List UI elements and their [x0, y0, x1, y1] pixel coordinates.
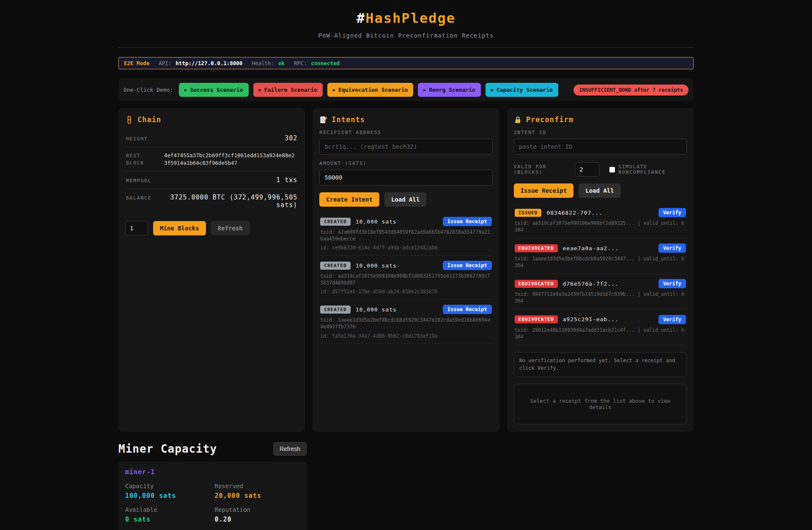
verify-button[interactable]: Verify [658, 315, 686, 324]
receipt-meta: txid: aa310caf3075e999108e908bf2d89325..… [515, 220, 686, 233]
issue-receipt-button[interactable]: Issue Receipt [443, 261, 492, 270]
reputation-value: 0.20 [215, 516, 300, 523]
intent-item: CREATED 10,000 sats Issue Receipt txid: … [319, 256, 492, 300]
chain-height-row: HEIGHT 302 [125, 130, 298, 147]
intent-amount: 10,000 sats [356, 219, 397, 225]
simulate-noncompliance-label: SIMULATE NONCOMPLIANCE [618, 164, 687, 175]
best-block-label: BEST BLOCK [126, 153, 156, 167]
miner-capacity-header: Miner Capacity Refresh [118, 442, 307, 456]
miner-stats-grid: Capacity 100,000 sats Reserved 20,000 sa… [125, 483, 300, 523]
issue-receipt-main-button[interactable]: Issue Receipt [514, 183, 574, 198]
intent-item: CREATED 10,000 sats Issue Receipt txid: … [319, 300, 492, 344]
reputation-stat: Reputation 0.20 [215, 506, 300, 523]
receipt-item: EQUIVOCATED d76e576a-7f2... Verify txid:… [514, 274, 687, 309]
reserved-stat: Reserved 20,000 sats [215, 483, 300, 500]
e2e-mode-badge: E2E Mode [124, 60, 149, 66]
demo-scenario-button[interactable]: ▶Capacity Scenario [486, 83, 558, 97]
valid-for-input[interactable] [575, 162, 599, 177]
miner-card: miner-1 Capacity 100,000 sats Reserved 2… [118, 462, 307, 530]
balance-label: BALANCE [126, 195, 151, 201]
intent-item-top: CREATED 10,000 sats Issue Receipt [320, 217, 491, 226]
insufficient-bond-badge: INSUFFICIENT_BOND after 7 receipts [573, 85, 689, 96]
intents-title-text: Intents [332, 115, 365, 124]
demo-label: One-Click Demo: [123, 87, 173, 93]
intent-id: id: d57f52a5-17be-459d-ab24-b50e2c383870 [320, 289, 491, 295]
best-block-value: 4ef47455a37bc2b69ff3cf1961edd153a924e88e… [164, 152, 297, 167]
demo-scenario-button[interactable]: ▶Failure Scenario [253, 83, 323, 97]
miner-capacity-heading: Miner Capacity [118, 443, 217, 455]
intent-amount: 10,000 sats [356, 306, 397, 313]
api-url: http://127.0.0.1:8000 [176, 60, 242, 66]
play-icon: ▶ [259, 87, 261, 92]
api-label: API: [159, 60, 171, 66]
app-header: #HashPledge PoW-Aligned Bitcoin Preconfi… [118, 10, 694, 48]
valid-for-label: VALID FOR (BLOCKS) [514, 164, 571, 175]
reserved-value: 20,000 sats [215, 492, 300, 500]
demo-scenario-button[interactable]: ▶Reorg Scenario [418, 83, 481, 97]
receipts-list: ISSUED 08346822-707... Verify txid: aa31… [514, 203, 687, 345]
demo-scenario-button[interactable]: ▶Success Scenario [179, 83, 248, 97]
status-bar: E2E Mode API: http://127.0.0.1:8000 Heal… [118, 57, 694, 69]
balance-value: 3725.0000 BTC (372,499,996,505 sats) [151, 194, 297, 209]
play-icon: ▶ [333, 87, 335, 92]
chain-refresh-button[interactable]: Refresh [211, 221, 250, 235]
preconfirm-panel-title: Preconfirm [514, 115, 687, 124]
issue-receipt-button[interactable]: Issue Receipt [443, 305, 492, 314]
intent-id: id: fa5e170a-34a7-4d86-9b62-c0d1783ef19a [320, 333, 491, 339]
mine-blocks-button[interactable]: Mine Blocks [153, 221, 206, 235]
mempool-label: MEMPOOL [126, 178, 151, 183]
play-icon: ▶ [491, 87, 494, 92]
demo-button-label: Capacity Scenario [497, 87, 553, 93]
verify-button[interactable]: Verify [658, 208, 686, 217]
intents-list: CREATED 10,000 sats Issue Receipt txid: … [319, 212, 492, 344]
demo-button-label: Reorg Scenario [429, 87, 475, 93]
intent-status-badge: CREATED [320, 306, 350, 314]
demo-button-label: Failure Scenario [264, 87, 317, 93]
chain-icon [125, 116, 133, 124]
demo-button-label: Success Scenario [190, 87, 243, 93]
receipt-status-badge: EQUIVOCATED [515, 315, 558, 323]
intent-txid: txid: 1aaee1d3d5e2bef8bcdcb8a5920c3447e2… [320, 317, 491, 330]
intent-id: id: ce9b8330-614a-4d7f-a9da-adce12482ab8 [320, 245, 491, 251]
demo-button-label: Equivocation Scenario [338, 87, 408, 93]
capacity-value: 100,000 sats [125, 492, 211, 500]
intent-id-input[interactable] [514, 139, 687, 155]
rpc-value: connected [311, 60, 340, 66]
intent-item: CREATED 10,000 sats Issue Receipt txid: … [319, 212, 492, 256]
mempool-value: 1 txs [276, 176, 297, 184]
height-value: 302 [285, 134, 297, 142]
verify-button[interactable]: Verify [658, 243, 686, 253]
receipt-id: 08346822-707... [546, 210, 602, 216]
create-intent-button[interactable]: Create Intent [319, 192, 379, 207]
lock-pen-icon [514, 116, 522, 124]
available-stat: Available 0 sats [125, 506, 211, 523]
mine-count-input[interactable] [125, 221, 148, 235]
amount-input[interactable] [319, 169, 492, 186]
reputation-label: Reputation [215, 506, 300, 513]
simulate-noncompliance-checkbox[interactable] [609, 167, 615, 172]
play-icon: ▶ [184, 87, 187, 92]
intent-amount: 10,000 sats [356, 262, 397, 269]
chain-panel-title: Chain [125, 115, 298, 124]
receipt-status-badge: EQUIVOCATED [515, 244, 558, 252]
receipt-meta: txid: 28012e48b110930d4a7add31acb21c4f..… [515, 327, 686, 340]
recipient-address-input[interactable] [319, 139, 492, 155]
miner-refresh-button[interactable]: Refresh [273, 442, 307, 456]
intents-load-all-button[interactable]: Load All [384, 192, 426, 207]
receipt-details-placeholder: Select a receipt from the list above to … [514, 384, 687, 424]
intent-status-badge: CREATED [320, 218, 350, 226]
receipt-item: ISSUED 08346822-707... Verify txid: aa31… [514, 203, 687, 238]
issue-receipt-button[interactable]: Issue Receipt [443, 217, 492, 226]
demo-scenario-button[interactable]: ▶Equivocation Scenario [327, 83, 413, 97]
page-subtitle: PoW-Aligned Bitcoin Preconfirmation Rece… [118, 32, 694, 39]
intent-item-top: CREATED 10,000 sats Issue Receipt [320, 261, 491, 270]
verification-notice: No verification performed yet. Select a … [514, 352, 687, 377]
verify-button[interactable]: Verify [658, 279, 686, 288]
available-label: Available [125, 506, 211, 513]
preconfirm-load-all-button[interactable]: Load All [579, 183, 620, 198]
intent-txid: txid: a2a609fd3b18ef9543d64059f62ad9a6b5… [320, 229, 491, 242]
preconfirm-panel: Preconfirm INTENT ID VALID FOR (BLOCKS) … [507, 108, 694, 432]
rpc-label: RPC: [294, 60, 307, 66]
height-label: HEIGHT [126, 136, 148, 142]
health-value: ok [278, 60, 285, 66]
